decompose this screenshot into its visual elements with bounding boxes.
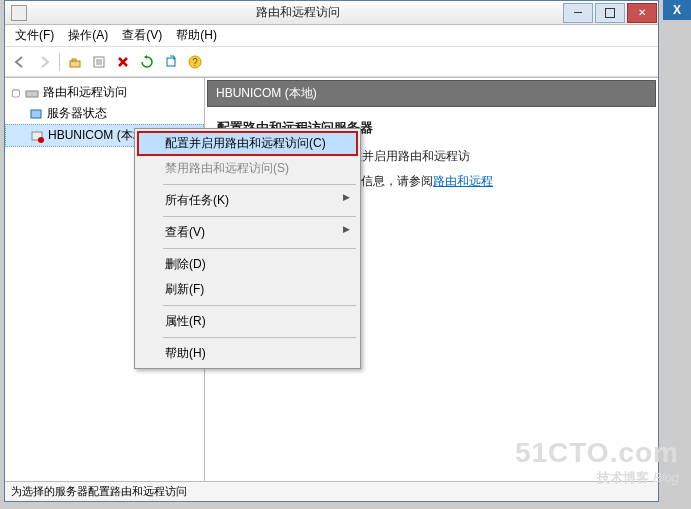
statusbar: 为选择的服务器配置路由和远程访问 xyxy=(5,481,658,501)
cm-delete[interactable]: 删除(D) xyxy=(137,252,358,277)
cm-disable: 禁用路由和远程访问(S) xyxy=(137,156,358,181)
cm-properties[interactable]: 属性(R) xyxy=(137,309,358,334)
content-header: HBUNICOM (本地) xyxy=(207,80,656,107)
server-status-icon xyxy=(29,107,43,121)
toolbar-separator xyxy=(59,53,60,71)
tree-root[interactable]: ▢ 路由和远程访问 xyxy=(5,82,204,103)
properties-icon[interactable] xyxy=(88,51,110,73)
cm-separator xyxy=(163,248,356,249)
expand-icon[interactable]: ▢ xyxy=(9,87,21,98)
context-menu: 配置并启用路由和远程访问(C) 禁用路由和远程访问(S) 所有任务(K) 查看(… xyxy=(134,128,361,369)
forward-icon[interactable] xyxy=(33,51,55,73)
help-icon[interactable]: ? xyxy=(184,51,206,73)
cm-separator xyxy=(163,337,356,338)
server-node-icon xyxy=(30,129,44,143)
window-title: 路由和远程访问 xyxy=(33,4,562,21)
tree-server-status-label: 服务器状态 xyxy=(47,105,107,122)
window-controls xyxy=(562,1,658,25)
tree-root-label: 路由和远程访问 xyxy=(43,84,127,101)
rras-icon xyxy=(25,86,39,100)
menubar: 文件(F) 操作(A) 查看(V) 帮助(H) xyxy=(5,25,658,47)
svg-rect-9 xyxy=(26,91,38,97)
svg-rect-0 xyxy=(70,61,80,67)
cm-separator xyxy=(163,216,356,217)
export-icon[interactable] xyxy=(160,51,182,73)
menu-file[interactable]: 文件(F) xyxy=(9,25,60,46)
statusbar-text: 为选择的服务器配置路由和远程访问 xyxy=(11,485,187,497)
cm-help[interactable]: 帮助(H) xyxy=(137,341,358,366)
menu-view[interactable]: 查看(V) xyxy=(116,25,168,46)
toolbar: ? xyxy=(5,47,658,77)
cm-configure-enable[interactable]: 配置并启用路由和远程访问(C) xyxy=(137,131,358,156)
menu-help[interactable]: 帮助(H) xyxy=(170,25,223,46)
minimize-button[interactable] xyxy=(563,3,593,23)
titlebar: 路由和远程访问 xyxy=(5,1,658,25)
cm-all-tasks[interactable]: 所有任务(K) xyxy=(137,188,358,213)
cm-view[interactable]: 查看(V) xyxy=(137,220,358,245)
cm-separator xyxy=(163,184,356,185)
cm-separator xyxy=(163,305,356,306)
svg-rect-1 xyxy=(72,59,76,61)
back-icon[interactable] xyxy=(9,51,31,73)
cm-refresh[interactable]: 刷新(F) xyxy=(137,277,358,302)
tree-server-status[interactable]: 服务器状态 xyxy=(5,103,204,124)
menu-action[interactable]: 操作(A) xyxy=(62,25,114,46)
close-button[interactable] xyxy=(627,3,657,23)
help-link[interactable]: 路由和远程 xyxy=(433,174,493,188)
app-icon xyxy=(11,5,27,21)
svg-point-12 xyxy=(38,137,44,143)
external-close-icon[interactable]: X xyxy=(663,0,691,20)
svg-rect-10 xyxy=(31,110,41,118)
svg-text:?: ? xyxy=(192,57,198,68)
external-close-label: X xyxy=(673,3,681,17)
refresh-icon[interactable] xyxy=(136,51,158,73)
maximize-button[interactable] xyxy=(595,3,625,23)
up-icon[interactable] xyxy=(64,51,86,73)
delete-icon[interactable] xyxy=(112,51,134,73)
